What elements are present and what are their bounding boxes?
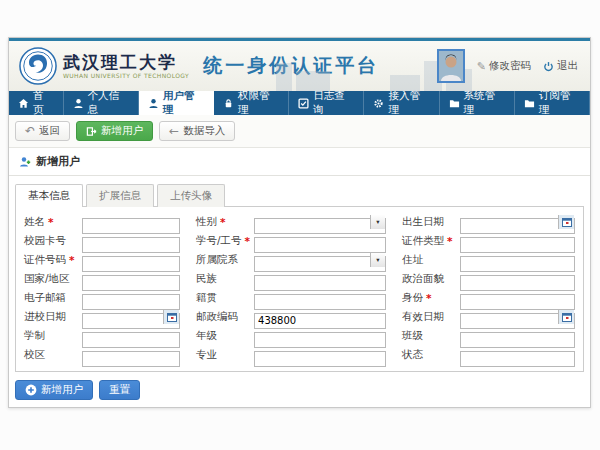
change-password-label: 修改密码 [489, 59, 531, 73]
field-label: 校园卡号 [24, 234, 66, 248]
required-asterisk: * [69, 254, 75, 266]
field-label: 证件号码 [24, 253, 66, 267]
page-container: 武汉理工大学 WUHAN UNIVERSITY OF TECHNOLOGY 统一… [8, 37, 591, 408]
field-label: 证件类型 [402, 234, 444, 248]
country-input[interactable] [82, 275, 180, 291]
nav-item-label: 权限管理 [238, 89, 279, 117]
grade-input[interactable] [254, 332, 386, 348]
nav-item-label: 系统管理 [464, 89, 505, 117]
campus-card-input[interactable] [82, 237, 180, 253]
home-icon [18, 98, 29, 109]
change-password-link[interactable]: ✎ 修改密码 [477, 59, 531, 73]
field-label: 年级 [196, 329, 217, 343]
data-import-button[interactable]: ← 数据导入 [159, 121, 235, 141]
check-square-icon [298, 98, 309, 109]
logout-link[interactable]: 退出 [543, 59, 578, 73]
nav-item-system-management[interactable]: 系统管理 [440, 91, 515, 115]
field-label: 有效日期 [402, 310, 444, 324]
id-type-input[interactable] [460, 237, 575, 253]
field-label: 住址 [402, 253, 423, 267]
nav-item-user-management[interactable]: 用户管理 [139, 91, 214, 115]
department-select[interactable] [254, 256, 386, 272]
native-place-input[interactable] [254, 294, 386, 310]
reset-button[interactable]: 重置 [99, 380, 140, 400]
field-label: 学制 [24, 329, 45, 343]
folder-icon [524, 98, 535, 109]
id-number-input[interactable] [82, 256, 180, 272]
schooling-length-input[interactable] [82, 332, 180, 348]
pencil-icon: ✎ [477, 61, 486, 72]
nav-item-label: 日志查询 [313, 89, 354, 117]
main-nav: 首页 个人信息 用户管理 权限管理 日志查询 [9, 91, 590, 115]
user-icon [73, 98, 84, 109]
field-label: 学号/工号 [196, 234, 242, 248]
tab-extended-info[interactable]: 扩展信息 [86, 184, 154, 207]
field-label: 状态 [402, 348, 423, 362]
dropdown-arrow-icon[interactable]: ▾ [370, 215, 385, 229]
basic-info-form: 姓名* 性别* ▾ 出生日期 校园卡号 学号/工号* 证件类型* 证件号码* 所… [15, 206, 584, 372]
required-asterisk: * [447, 235, 453, 247]
field-label: 性别 [196, 215, 217, 229]
address-input[interactable] [460, 256, 575, 272]
folder-icon [449, 98, 460, 109]
identity-input[interactable] [460, 294, 575, 310]
field-label: 所属院系 [196, 253, 238, 267]
reset-button-label: 重置 [109, 383, 130, 397]
add-user-button-label: 新增用户 [101, 124, 143, 138]
nav-item-log-query[interactable]: 日志查询 [289, 91, 364, 115]
class-input[interactable] [460, 332, 575, 348]
email-input[interactable] [82, 294, 180, 310]
logout-label: 退出 [557, 59, 578, 73]
nav-item-subscription-management[interactable]: 订阅管理 [515, 91, 590, 115]
submit-add-user-button[interactable]: 新增用户 [15, 380, 93, 400]
nav-item-personal-info[interactable]: 个人信息 [64, 91, 139, 115]
field-label: 电子邮箱 [24, 291, 66, 305]
toolbar: ↶ 返回 新增用户 ← 数据导入 [9, 115, 590, 148]
header: 武汉理工大学 WUHAN UNIVERSITY OF TECHNOLOGY 统一… [9, 41, 590, 91]
university-name-cn: 武汉理工大学 [63, 53, 189, 72]
submit-button-label: 新增用户 [41, 383, 83, 397]
political-status-input[interactable] [460, 275, 575, 291]
user-table-header: 学号/工号 姓名 性别 身份 所属院系 操作 [9, 408, 590, 409]
nav-item-label: 首页 [33, 89, 54, 117]
required-asterisk: * [220, 216, 226, 228]
gender-select[interactable] [254, 218, 386, 234]
campus-input[interactable] [82, 351, 180, 367]
calendar-icon[interactable] [558, 310, 574, 324]
user-icon [148, 98, 159, 109]
field-label: 籍贯 [196, 291, 217, 305]
field-label: 校区 [24, 348, 45, 362]
section-title-text: 新增用户 [36, 154, 80, 169]
building-decoration [296, 71, 330, 91]
nav-item-permission-management[interactable]: 权限管理 [214, 91, 289, 115]
left-arrow-icon: ← [169, 125, 179, 137]
building-decoration [390, 75, 420, 91]
section-header: 新增用户 [9, 148, 590, 176]
back-button[interactable]: ↶ 返回 [15, 121, 70, 141]
ethnicity-input[interactable] [254, 275, 386, 291]
tab-upload-avatar[interactable]: 上传头像 [157, 184, 225, 207]
student-id-input[interactable] [254, 237, 386, 253]
add-user-section-icon [19, 156, 31, 168]
postal-code-input[interactable] [254, 313, 386, 329]
nav-item-access-management[interactable]: 接入管理 [364, 91, 439, 115]
back-button-label: 返回 [39, 124, 60, 138]
nav-item-home[interactable]: 首页 [9, 91, 64, 115]
dropdown-arrow-icon[interactable]: ▾ [370, 253, 385, 267]
lock-icon [223, 98, 234, 109]
undo-arrow-icon: ↶ [25, 125, 35, 137]
calendar-icon[interactable] [558, 215, 574, 229]
nav-item-label: 订阅管理 [539, 89, 580, 117]
calendar-icon[interactable] [163, 310, 179, 324]
status-input[interactable] [460, 351, 575, 367]
add-user-toolbar-button[interactable]: 新增用户 [76, 121, 153, 141]
plus-circle-icon [25, 384, 37, 396]
user-avatar[interactable] [437, 49, 465, 83]
field-label: 民族 [196, 272, 217, 286]
major-input[interactable] [254, 351, 386, 367]
field-label: 姓名 [24, 215, 45, 229]
tab-basic-info[interactable]: 基本信息 [15, 184, 83, 207]
name-input[interactable] [82, 218, 180, 234]
tab-bar: 基本信息 扩展信息 上传头像 [15, 183, 584, 206]
field-label: 国家/地区 [24, 272, 70, 286]
